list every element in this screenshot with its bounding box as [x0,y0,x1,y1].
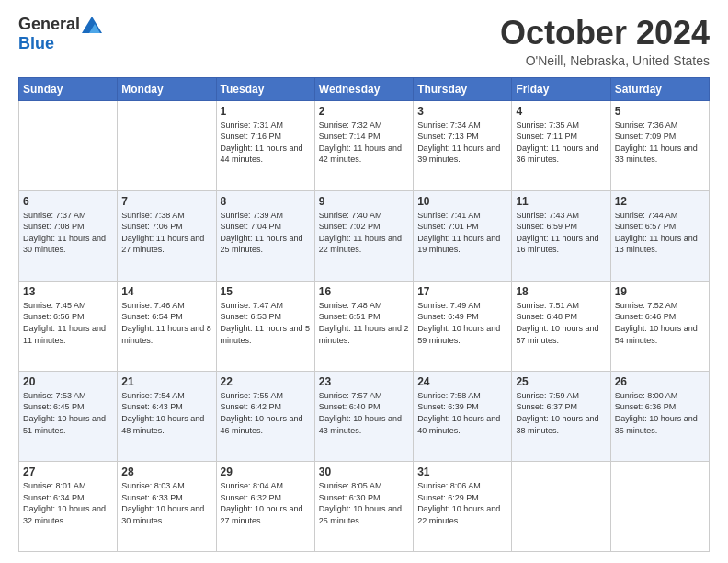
cell-info: Sunrise: 7:45 AMSunset: 6:56 PMDaylight:… [23,300,113,346]
cell-info: Sunrise: 7:40 AMSunset: 7:02 PMDaylight:… [319,210,409,256]
col-wednesday: Wednesday [314,77,413,100]
table-cell: 18Sunrise: 7:51 AMSunset: 6:48 PMDayligh… [512,281,610,371]
cell-info: Sunrise: 7:46 AMSunset: 6:54 PMDaylight:… [121,300,211,346]
table-cell: 9Sunrise: 7:40 AMSunset: 7:02 PMDaylight… [314,190,413,281]
day-number: 26 [615,375,705,388]
col-friday: Friday [512,77,610,100]
cell-info: Sunrise: 7:39 AMSunset: 7:04 PMDaylight:… [221,210,311,256]
table-cell: 31Sunrise: 8:06 AMSunset: 6:29 PMDayligh… [414,461,512,551]
day-number: 27 [23,465,113,478]
table-cell: 24Sunrise: 7:58 AMSunset: 6:39 PMDayligh… [414,371,512,461]
table-cell: 2Sunrise: 7:32 AMSunset: 7:14 PMDaylight… [314,100,413,190]
table-cell: 22Sunrise: 7:55 AMSunset: 6:42 PMDayligh… [216,371,314,461]
day-number: 2 [319,105,409,118]
table-cell: 13Sunrise: 7:45 AMSunset: 6:56 PMDayligh… [19,281,118,371]
day-number: 11 [516,195,606,208]
cell-info: Sunrise: 7:58 AMSunset: 6:39 PMDaylight:… [417,390,507,436]
cell-info: Sunrise: 7:38 AMSunset: 7:06 PMDaylight:… [121,210,211,256]
table-cell: 26Sunrise: 8:00 AMSunset: 6:36 PMDayligh… [610,371,709,461]
table-cell: 25Sunrise: 7:59 AMSunset: 6:37 PMDayligh… [512,371,610,461]
header: General Blue October 2024 O'Neill, Nebra… [18,15,710,68]
table-cell: 27Sunrise: 8:01 AMSunset: 6:34 PMDayligh… [19,461,118,551]
table-cell: 20Sunrise: 7:53 AMSunset: 6:45 PMDayligh… [19,371,118,461]
table-cell: 30Sunrise: 8:05 AMSunset: 6:30 PMDayligh… [314,461,413,551]
col-monday: Monday [118,77,216,100]
day-number: 10 [417,195,507,208]
table-cell: 23Sunrise: 7:57 AMSunset: 6:40 PMDayligh… [314,371,413,461]
table-cell: 1Sunrise: 7:31 AMSunset: 7:16 PMDaylight… [216,100,314,190]
day-number: 15 [221,285,311,298]
day-number: 23 [319,375,409,388]
table-cell [512,461,610,551]
cell-info: Sunrise: 7:53 AMSunset: 6:45 PMDaylight:… [23,390,113,436]
calendar-header-row: Sunday Monday Tuesday Wednesday Thursday… [19,77,710,100]
cell-info: Sunrise: 7:52 AMSunset: 6:46 PMDaylight:… [615,300,705,346]
day-number: 9 [319,195,409,208]
cell-info: Sunrise: 8:03 AMSunset: 6:33 PMDaylight:… [121,480,211,526]
col-saturday: Saturday [610,77,709,100]
cell-info: Sunrise: 7:48 AMSunset: 6:51 PMDaylight:… [319,300,409,346]
cell-info: Sunrise: 7:35 AMSunset: 7:11 PMDaylight:… [516,120,606,166]
cell-info: Sunrise: 7:44 AMSunset: 6:57 PMDaylight:… [615,210,705,256]
day-number: 18 [516,285,606,298]
table-cell: 14Sunrise: 7:46 AMSunset: 6:54 PMDayligh… [118,281,216,371]
cell-info: Sunrise: 7:57 AMSunset: 6:40 PMDaylight:… [319,390,409,436]
table-cell: 3Sunrise: 7:34 AMSunset: 7:13 PMDaylight… [414,100,512,190]
logo-blue-text: Blue [18,34,54,52]
cell-info: Sunrise: 7:54 AMSunset: 6:43 PMDaylight:… [121,390,211,436]
day-number: 6 [23,195,113,208]
day-number: 20 [23,375,113,388]
calendar-week-row: 13Sunrise: 7:45 AMSunset: 6:56 PMDayligh… [19,281,710,371]
day-number: 22 [221,375,311,388]
logo-general-text: General [18,15,80,34]
day-number: 17 [417,285,507,298]
table-cell: 8Sunrise: 7:39 AMSunset: 7:04 PMDaylight… [216,190,314,281]
day-number: 28 [121,465,211,478]
table-cell [610,461,709,551]
calendar-page: General Blue October 2024 O'Neill, Nebra… [0,0,728,563]
day-number: 14 [121,285,211,298]
table-cell: 29Sunrise: 8:04 AMSunset: 6:32 PMDayligh… [216,461,314,551]
cell-info: Sunrise: 7:51 AMSunset: 6:48 PMDaylight:… [516,300,606,346]
table-cell [118,100,216,190]
day-number: 24 [417,375,507,388]
cell-info: Sunrise: 8:00 AMSunset: 6:36 PMDaylight:… [615,390,705,436]
logo-icon [82,17,102,33]
cell-info: Sunrise: 8:06 AMSunset: 6:29 PMDaylight:… [417,480,507,526]
table-cell: 15Sunrise: 7:47 AMSunset: 6:53 PMDayligh… [216,281,314,371]
cell-info: Sunrise: 8:05 AMSunset: 6:30 PMDaylight:… [319,480,409,526]
cell-info: Sunrise: 7:49 AMSunset: 6:49 PMDaylight:… [417,300,507,346]
calendar-week-row: 27Sunrise: 8:01 AMSunset: 6:34 PMDayligh… [19,461,710,551]
day-number: 4 [516,105,606,118]
day-number: 19 [615,285,705,298]
table-cell: 12Sunrise: 7:44 AMSunset: 6:57 PMDayligh… [610,190,709,281]
cell-info: Sunrise: 7:59 AMSunset: 6:37 PMDaylight:… [516,390,606,436]
cell-info: Sunrise: 7:36 AMSunset: 7:09 PMDaylight:… [615,120,705,166]
cell-info: Sunrise: 8:04 AMSunset: 6:32 PMDaylight:… [221,480,311,526]
col-thursday: Thursday [414,77,512,100]
cell-info: Sunrise: 7:34 AMSunset: 7:13 PMDaylight:… [417,120,507,166]
cell-info: Sunrise: 7:37 AMSunset: 7:08 PMDaylight:… [23,210,113,256]
calendar-table: Sunday Monday Tuesday Wednesday Thursday… [18,77,710,552]
table-cell: 21Sunrise: 7:54 AMSunset: 6:43 PMDayligh… [118,371,216,461]
col-tuesday: Tuesday [216,77,314,100]
day-number: 16 [319,285,409,298]
calendar-week-row: 1Sunrise: 7:31 AMSunset: 7:16 PMDaylight… [19,100,710,190]
table-cell: 16Sunrise: 7:48 AMSunset: 6:51 PMDayligh… [314,281,413,371]
table-cell: 19Sunrise: 7:52 AMSunset: 6:46 PMDayligh… [610,281,709,371]
logo: General Blue [18,15,102,53]
day-number: 12 [615,195,705,208]
day-number: 13 [23,285,113,298]
day-number: 21 [121,375,211,388]
location: O'Neill, Nebraska, United States [500,53,710,68]
table-cell: 5Sunrise: 7:36 AMSunset: 7:09 PMDaylight… [610,100,709,190]
table-cell: 11Sunrise: 7:43 AMSunset: 6:59 PMDayligh… [512,190,610,281]
day-number: 30 [319,465,409,478]
calendar-week-row: 6Sunrise: 7:37 AMSunset: 7:08 PMDaylight… [19,190,710,281]
day-number: 29 [221,465,311,478]
day-number: 3 [417,105,507,118]
cell-info: Sunrise: 7:41 AMSunset: 7:01 PMDaylight:… [417,210,507,256]
table-cell: 28Sunrise: 8:03 AMSunset: 6:33 PMDayligh… [118,461,216,551]
cell-info: Sunrise: 7:31 AMSunset: 7:16 PMDaylight:… [221,120,311,166]
day-number: 31 [417,465,507,478]
